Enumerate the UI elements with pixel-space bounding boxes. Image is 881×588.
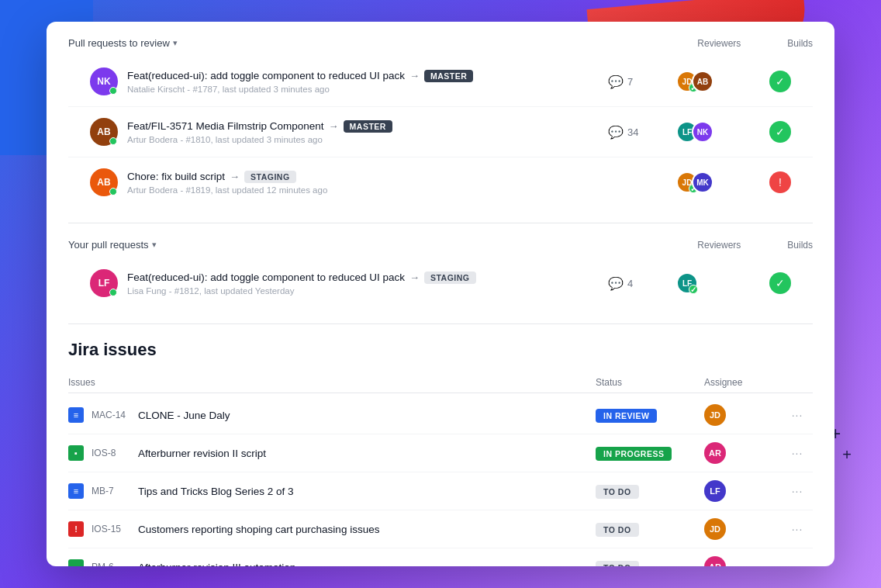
reviewer-check-icon: ✓	[689, 285, 698, 294]
jira-row: ! IOS-15 Customers reporting shoping car…	[68, 510, 813, 548]
jira-table-header: Issues Status Assignee	[68, 372, 813, 393]
jira-status: TO DO	[596, 522, 704, 537]
jira-issue-title[interactable]: Customers reporting shoping cart purchas…	[138, 524, 379, 535]
arrow-icon: →	[230, 171, 240, 182]
jira-status: TO DO	[596, 484, 704, 499]
online-status	[109, 87, 117, 95]
jira-section-title: Jira issues	[68, 340, 813, 360]
status-badge: IN PROGRESS	[596, 447, 672, 461]
jira-assignee: LF	[704, 480, 782, 502]
avatar: LF	[90, 269, 118, 297]
more-options-button[interactable]: ···	[792, 561, 803, 566]
branch-tag: MASTER	[424, 70, 473, 82]
pr-row: AB Feat/FIL-3571 Media Filmstrip Compone…	[68, 107, 813, 157]
your-pull-requests-section: Your pull requests ▾ Reviewers Builds LF…	[47, 223, 834, 323]
jira-row: ▪ PM-6 Afterburner revision III automati…	[68, 548, 813, 566]
more-options-button[interactable]: ···	[792, 485, 803, 497]
reviewer-avatar: NK	[692, 121, 713, 143]
jira-issue-key: IOS-15	[92, 524, 130, 534]
jira-task-icon: ▪	[68, 559, 84, 566]
assignee-avatar: AR	[704, 442, 726, 464]
your-pr-col-headers: Reviewers Builds	[697, 240, 813, 251]
jira-col-status-label: Status	[596, 377, 704, 388]
online-status	[109, 289, 117, 296]
reviewers-group: JD ✓ AB	[676, 71, 732, 92]
jira-status: IN PROGRESS	[596, 446, 704, 461]
arrow-icon: →	[329, 120, 339, 132]
arrow-icon: →	[409, 70, 420, 81]
status-badge: TO DO	[596, 523, 639, 537]
assignee-avatar: LF	[704, 480, 726, 502]
jira-issue-info: ▪ PM-6 Afterburner revision III automati…	[68, 559, 596, 566]
jira-task-icon: ▪	[68, 445, 84, 461]
jira-actions[interactable]: ···	[782, 561, 813, 566]
reviewers-group: LF NK	[676, 121, 732, 143]
pr-right: 💬 7 JD ✓ AB ✓	[608, 71, 791, 92]
chevron-down-icon: ▾	[173, 38, 178, 48]
jira-assignee: AR	[704, 442, 782, 464]
jira-issue-info: ▪ IOS-8 Afterburner revision II script	[68, 445, 596, 461]
jira-row: ≡ MB-7 Tips and Tricks Blog Series 2 of …	[68, 472, 813, 510]
pr-row: AB Chore: fix build script → STAGING Art…	[68, 157, 813, 207]
your-pr-title[interactable]: Your pull requests ▾	[68, 239, 157, 251]
jira-row: ▪ IOS-8 Afterburner revision II script I…	[68, 434, 813, 472]
pr-info: Feat(reduced-ui): add toggle component t…	[127, 272, 599, 296]
pr-info: Feat(reduced-ui): add toggle component t…	[127, 70, 599, 94]
comment-icon: 💬	[608, 74, 624, 89]
online-status	[109, 188, 117, 195]
pr-meta: Artur Bodera - #1810, last updated 3 min…	[127, 135, 599, 144]
more-options-button[interactable]: ···	[792, 523, 803, 535]
jira-issue-info: ≡ MAC-14 CLONE - June Daly	[68, 407, 596, 423]
pr-right: JD ✓ MK !	[608, 171, 791, 193]
build-status-icon: ✓	[769, 272, 791, 294]
jira-issue-title[interactable]: Afterburner revision III automation	[138, 562, 295, 567]
pull-requests-to-review-section: Pull requests to review ▾ Reviewers Buil…	[47, 22, 834, 223]
jira-assignee: JD	[704, 404, 782, 426]
pr-info: Feat/FIL-3571 Media Filmstrip Component …	[127, 120, 599, 144]
pr-to-review-title[interactable]: Pull requests to review ▾	[68, 37, 178, 49]
more-options-button[interactable]: ···	[792, 409, 803, 421]
status-badge: IN REVIEW	[596, 409, 657, 423]
pr-title[interactable]: Feat(reduced-ui): add toggle component t…	[127, 70, 599, 82]
jira-issue-info: ! IOS-15 Customers reporting shoping car…	[68, 521, 596, 537]
comment-count: 💬 7	[608, 74, 639, 89]
pr-meta: Natalie Kirscht - #1787, last updated 3 …	[127, 85, 599, 94]
jira-status: TO DO	[596, 560, 704, 567]
jira-bug-icon: !	[68, 521, 84, 537]
pr-title[interactable]: Chore: fix build script → STAGING	[127, 171, 599, 183]
reviewers-group: JD ✓ MK	[676, 171, 732, 193]
assignee-avatar: JD	[704, 518, 726, 540]
assignee-avatar: JD	[704, 404, 726, 426]
jira-row: ≡ MAC-14 CLONE - June Daly IN REVIEW JD …	[68, 396, 813, 434]
jira-issue-title[interactable]: Tips and Tricks Blog Series 2 of 3	[138, 486, 294, 497]
jira-story-icon: ≡	[68, 407, 84, 423]
reviewer-avatar: LF ✓	[676, 272, 698, 294]
jira-col-issues-label: Issues	[68, 377, 596, 388]
jira-actions[interactable]: ···	[782, 409, 813, 421]
pr-row: LF Feat(reduced-ui): add toggle componen…	[68, 258, 813, 308]
online-status	[109, 137, 117, 145]
build-status-icon: ✓	[769, 71, 791, 92]
jira-issue-title[interactable]: CLONE - June Daly	[138, 410, 230, 421]
more-options-button[interactable]: ···	[792, 447, 803, 459]
jira-issue-key: MB-7	[92, 486, 130, 496]
reviewer-avatar: MK	[692, 171, 713, 193]
cross-icon: +	[842, 446, 852, 464]
jira-actions[interactable]: ···	[782, 447, 813, 459]
jira-issue-title[interactable]: Afterburner revision II script	[138, 448, 266, 459]
pr-right: 💬 4 LF ✓ ✓	[608, 272, 791, 294]
status-badge: TO DO	[596, 485, 639, 499]
comment-icon: 💬	[608, 276, 624, 291]
jira-status: IN REVIEW	[596, 408, 704, 423]
pr-title[interactable]: Feat/FIL-3571 Media Filmstrip Component …	[127, 120, 599, 133]
pr-row: NK Feat(reduced-ui): add toggle componen…	[68, 57, 813, 107]
pr-to-review-col-headers: Reviewers Builds	[697, 38, 813, 49]
avatar: NK	[90, 67, 118, 95]
jira-actions[interactable]: ···	[782, 485, 813, 497]
branch-tag: MASTER	[344, 120, 392, 133]
pr-meta: Artur Bodera - #1819, last updated 12 mi…	[127, 185, 599, 195]
branch-tag: STAGING	[424, 272, 476, 284]
pr-title[interactable]: Feat(reduced-ui): add toggle component t…	[127, 272, 599, 284]
build-status-icon: !	[769, 171, 791, 193]
jira-actions[interactable]: ···	[782, 523, 813, 535]
